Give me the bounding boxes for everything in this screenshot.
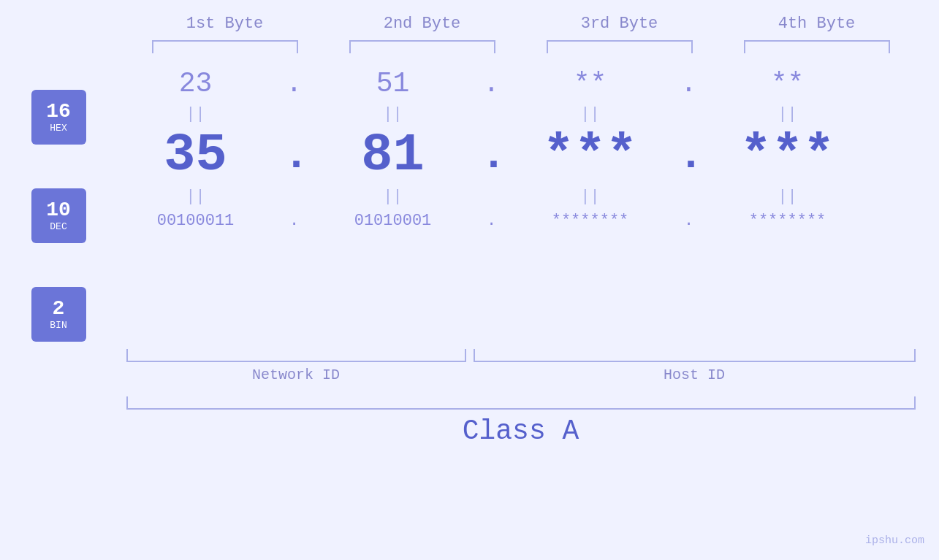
host-bracket [474, 349, 916, 362]
content-area: 16 HEX 10 DEC 2 BIN 23 . 51 . ** . ** [31, 68, 908, 342]
hex-badge-label: HEX [50, 123, 66, 134]
hex-values-row: 23 . 51 . ** . ** [108, 68, 908, 99]
hex-sep3: . [678, 68, 700, 99]
bin-sep1: . [284, 212, 305, 230]
bin-badge: 2 BIN [31, 287, 86, 342]
dec-badge-label: DEC [50, 221, 66, 232]
bin-sep3: . [678, 212, 700, 230]
badges-column: 16 HEX 10 DEC 2 BIN [31, 90, 86, 342]
hex-sep2: . [481, 68, 503, 99]
byte2-header: 2nd Byte [335, 15, 510, 33]
eq1-b2: || [305, 105, 481, 123]
values-grid: 23 . 51 . ** . ** || || || || 35 [108, 68, 908, 230]
equals-row-2: || || || || [108, 188, 908, 206]
byte-headers: 1st Byte 2nd Byte 3rd Byte 4th Byte [126, 15, 916, 33]
dec-b1: 35 [108, 129, 284, 182]
bracket-b3 [547, 40, 693, 53]
byte3-header: 3rd Byte [532, 15, 707, 33]
host-id-label: Host ID [474, 367, 916, 383]
bin-badge-label: BIN [50, 320, 66, 331]
hex-badge-number: 16 [46, 101, 71, 123]
bracket-b1 [152, 40, 298, 53]
dec-b3: *** [503, 129, 678, 182]
full-bracket-row [126, 396, 916, 410]
eq1-b1: || [108, 105, 284, 123]
network-id-label: Network ID [126, 367, 466, 383]
dec-sep2: . [481, 131, 503, 180]
dec-b2: 81 [305, 129, 481, 182]
bin-b3: ******** [503, 212, 678, 230]
top-brackets [126, 40, 916, 53]
hex-b2: 51 [305, 68, 481, 99]
dec-b4: *** [700, 129, 875, 182]
eq2-b2: || [305, 188, 481, 206]
bottom-bracket-container [126, 349, 916, 362]
bin-sep2: . [481, 212, 503, 230]
bracket-b2 [349, 40, 495, 53]
hex-b3: ** [503, 68, 678, 99]
dec-badge-number: 10 [46, 199, 71, 222]
hex-b4: ** [700, 68, 875, 99]
watermark: ipshu.com [865, 534, 924, 547]
id-labels-row: Network ID Host ID [126, 367, 916, 383]
bin-b2: 01010001 [305, 212, 481, 230]
eq2-b3: || [503, 188, 678, 206]
eq1-b4: || [700, 105, 875, 123]
bin-b4: ******** [700, 212, 875, 230]
bin-badge-number: 2 [53, 298, 65, 321]
network-bracket [126, 349, 466, 362]
hex-b1: 23 [108, 68, 284, 99]
equals-row-1: || || || || [108, 105, 908, 123]
dec-badge: 10 DEC [31, 188, 86, 243]
hex-badge: 16 HEX [31, 90, 86, 145]
dec-values-row: 35 . 81 . *** . *** [108, 129, 908, 182]
eq2-b1: || [108, 188, 284, 206]
eq2-b4: || [700, 188, 875, 206]
hex-sep1: . [284, 68, 305, 99]
class-label: Class A [463, 415, 579, 447]
main-container: 1st Byte 2nd Byte 3rd Byte 4th Byte 16 H… [0, 0, 939, 560]
dec-sep1: . [284, 131, 305, 180]
full-bracket [126, 396, 916, 410]
bracket-b4 [744, 40, 890, 53]
dec-sep3: . [678, 131, 700, 180]
bin-values-row: 00100011 . 01010001 . ******** . *******… [108, 212, 908, 230]
class-label-row: Class A [126, 415, 916, 447]
eq1-b3: || [503, 105, 678, 123]
bin-b1: 00100011 [108, 212, 284, 230]
byte1-header: 1st Byte [137, 15, 313, 33]
byte4-header: 4th Byte [729, 15, 905, 33]
